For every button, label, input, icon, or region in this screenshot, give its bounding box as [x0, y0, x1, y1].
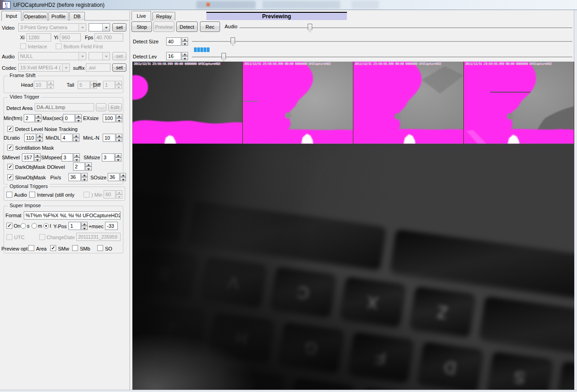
- detect-size-slider-track[interactable]: [192, 41, 572, 43]
- radio-i[interactable]: [43, 223, 49, 229]
- rec-button[interactable]: Rec: [200, 21, 220, 32]
- window-titlebar[interactable]: U HD UFOCaptureHD2 (before registration): [0, 0, 577, 10]
- minln-spinner[interactable]: [116, 134, 122, 142]
- interval-checkbox[interactable]: [29, 192, 35, 198]
- max-sec-field[interactable]: 0: [63, 114, 75, 122]
- interval-min-spinner[interactable]: [116, 190, 122, 199]
- tab-profile[interactable]: Profile: [48, 12, 68, 21]
- dlratio-label: DLratio: [4, 135, 20, 141]
- superimpose-on-checkbox[interactable]: ✓: [6, 223, 12, 229]
- tab-input[interactable]: Input: [1, 11, 21, 21]
- codec-combo[interactable]: 19:Xvid MPEG-4 (: [18, 63, 70, 72]
- bottom-field-first-checkbox[interactable]: [56, 43, 62, 49]
- detect-area-browse-button[interactable]: ....: [96, 103, 106, 111]
- detect-area-field[interactable]: DA-ALL.bmp: [35, 103, 94, 111]
- minln-field[interactable]: 10: [103, 134, 115, 142]
- tab-replay[interactable]: Replay: [152, 12, 175, 21]
- detect-lev-slider-thumb[interactable]: [221, 53, 226, 62]
- detect-lev-spinner[interactable]: [182, 52, 188, 60]
- optional-audio-checkbox[interactable]: [6, 192, 12, 198]
- tab-db[interactable]: DB: [69, 12, 85, 21]
- sosize-spinner[interactable]: [120, 173, 126, 181]
- exsize-label: EXsize: [83, 115, 99, 121]
- min-frm-field[interactable]: 2: [24, 114, 35, 122]
- changedate-field[interactable]: 20111231_235959: [76, 233, 121, 241]
- noise-tracking-checkbox[interactable]: ✓: [7, 126, 13, 132]
- detect-lev-field[interactable]: 16: [166, 52, 181, 60]
- detect-button[interactable]: Detect: [176, 21, 198, 32]
- pixs-field[interactable]: 36: [68, 173, 81, 181]
- suffix-field[interactable]: .avi: [86, 63, 110, 72]
- msec-label: +msec: [89, 224, 104, 229]
- smlevel-spinner[interactable]: [34, 153, 41, 162]
- dlratio-field[interactable]: 110: [24, 134, 36, 142]
- video-preview-area[interactable]: 2011/12/31 23:59:59.999 00:00 0000000 UF…: [132, 62, 574, 390]
- diff-field[interactable]: 1: [103, 81, 115, 89]
- video-mode-combo[interactable]: [89, 23, 110, 31]
- head-field[interactable]: 10: [34, 81, 47, 89]
- preview-so-checkbox[interactable]: [97, 245, 103, 251]
- smspeed-field[interactable]: 3: [62, 153, 73, 162]
- msec-field[interactable]: -33: [105, 222, 118, 230]
- min-frm-spinner[interactable]: [35, 114, 42, 122]
- codec-set-button[interactable]: set: [112, 63, 126, 72]
- radio-m[interactable]: [31, 223, 37, 229]
- tail-field[interactable]: 5: [78, 81, 90, 89]
- fps-field[interactable]: 40.700: [94, 33, 123, 42]
- darkobjmask-checkbox[interactable]: ✓: [7, 164, 13, 170]
- slowobjmask-checkbox[interactable]: ✓: [7, 174, 13, 180]
- detect-area-edit-button[interactable]: Edit: [108, 103, 122, 111]
- tab-live[interactable]: Live: [131, 11, 151, 21]
- head-spinner[interactable]: [47, 81, 54, 89]
- audio-slider-track[interactable]: [239, 27, 572, 29]
- preview-button[interactable]: Preview: [153, 21, 174, 32]
- audio-mode-combo[interactable]: [89, 52, 110, 60]
- detect-size-field[interactable]: 40: [166, 37, 181, 46]
- exsize-field[interactable]: 100: [103, 114, 115, 122]
- format-field[interactable]: %T%m %F%X %L %i %I UFOCaptureHD2: [24, 211, 121, 220]
- video-set-button[interactable]: set: [112, 23, 126, 31]
- utc-checkbox[interactable]: [6, 234, 12, 240]
- sosize-field[interactable]: 36: [108, 173, 120, 181]
- preview-smw-checkbox[interactable]: ✓: [50, 245, 56, 251]
- preview-smb-checkbox[interactable]: [72, 245, 78, 251]
- detect-lev-slider-track[interactable]: [192, 57, 572, 58]
- interlace-checkbox[interactable]: [20, 43, 26, 49]
- detect-size-spinner[interactable]: [182, 37, 188, 46]
- interval-min-field[interactable]: 60: [104, 190, 115, 199]
- mindl-spinner[interactable]: [73, 134, 79, 142]
- audio-slider-thumb[interactable]: [308, 24, 312, 32]
- ypos-spinner[interactable]: [81, 222, 88, 230]
- exsize-spinner[interactable]: [116, 114, 122, 122]
- changedate-checkbox[interactable]: [39, 234, 45, 240]
- smspeed-spinner[interactable]: [73, 153, 80, 162]
- smsize-spinner[interactable]: [115, 153, 121, 162]
- audio-set-button[interactable]: set: [112, 52, 126, 60]
- max-sec-spinner[interactable]: [75, 114, 82, 122]
- smsize-field[interactable]: 3: [102, 153, 115, 162]
- dlratio-spinner[interactable]: [37, 134, 43, 142]
- dolevel-spinner[interactable]: [85, 162, 92, 171]
- video-trigger-title: Video Trigger: [8, 94, 41, 99]
- smsize-label: SMsize: [84, 155, 100, 160]
- tab-operation[interactable]: Operation: [23, 12, 47, 21]
- detect-size-slider-thumb[interactable]: [231, 37, 235, 46]
- mindl-field[interactable]: 4: [61, 134, 73, 142]
- xi-field[interactable]: 1280: [26, 33, 51, 42]
- interval-min-checkbox[interactable]: [84, 192, 89, 198]
- smlevel-field[interactable]: 157: [22, 153, 34, 162]
- audio-device-combo[interactable]: NULL: [18, 52, 86, 60]
- ypos-field[interactable]: 1: [68, 222, 81, 230]
- stop-button[interactable]: Stop: [131, 21, 152, 32]
- overlay-timestamp: 2011/12/31 23:59:59.999 00:00 0000000 UF…: [244, 62, 352, 66]
- max-sec-label: Max(sec): [42, 115, 63, 121]
- video-device-combo[interactable]: 3:Point Grey Camera: [18, 23, 86, 31]
- scintillation-mask-checkbox[interactable]: ✓: [7, 145, 13, 151]
- yi-field[interactable]: 960: [60, 33, 81, 42]
- radio-s[interactable]: [21, 223, 26, 229]
- dolevel-field[interactable]: 2: [73, 162, 85, 171]
- pixs-spinner[interactable]: [81, 173, 88, 181]
- preview-area-checkbox[interactable]: [28, 245, 34, 251]
- diff-spinner[interactable]: [115, 81, 122, 89]
- head-label: Head: [21, 82, 33, 88]
